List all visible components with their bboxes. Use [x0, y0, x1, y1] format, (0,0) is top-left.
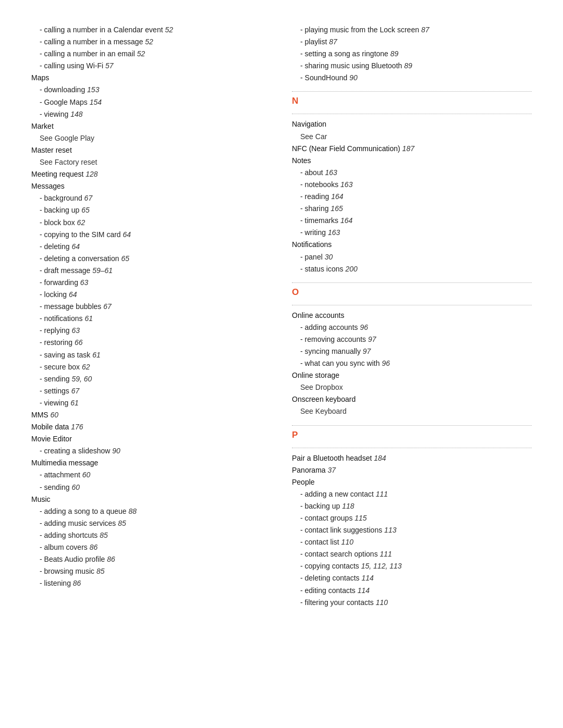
page-reference: 67 — [103, 302, 112, 311]
section-letter: O — [292, 287, 532, 298]
list-item: - writing 163 — [292, 227, 532, 239]
list-item: - listening 86 — [31, 577, 271, 589]
page-reference: 187 — [402, 144, 414, 153]
list-item: - Google Maps 154 — [31, 96, 271, 108]
page-reference: 64 — [71, 242, 80, 251]
list-item: - forwarding 63 — [31, 277, 271, 289]
section-divider — [292, 282, 532, 283]
list-item: - background 67 — [31, 192, 271, 204]
list-item: - calling a number in a Calendar event 5… — [31, 24, 271, 36]
list-item: Maps — [31, 72, 271, 84]
list-item: See Factory reset — [31, 156, 271, 168]
page-reference: 164 — [331, 192, 343, 201]
section-divider — [292, 305, 532, 305]
list-item: - album covers 86 — [31, 541, 271, 553]
section-divider — [292, 448, 532, 448]
page-reference: 89 — [404, 61, 412, 70]
list-item: See Car — [292, 131, 532, 143]
list-item: NFC (Near Field Communication) 187 — [292, 143, 532, 155]
page-reference: 65 — [121, 254, 129, 263]
list-item: - playlist 87 — [292, 36, 532, 48]
list-item: See Google Play — [31, 132, 271, 144]
list-item: See Dropbox — [292, 381, 532, 393]
list-item: Online accounts — [292, 310, 532, 322]
list-item: Pair a Bluetooth headset 184 — [292, 452, 532, 464]
page-reference: 163 — [325, 168, 337, 177]
list-item: - calling a number in an email 52 — [31, 48, 271, 60]
list-item: - Beats Audio profile 86 — [31, 553, 271, 565]
list-item: - panel 30 — [292, 251, 532, 263]
page-reference: 200 — [345, 265, 357, 273]
page-reference: 85 — [118, 519, 126, 527]
list-item: - attachment 60 — [31, 469, 271, 481]
list-item: Market — [31, 120, 271, 132]
page-reference: 61 — [92, 351, 101, 359]
list-item: - settings 67 — [31, 385, 271, 397]
page-reference: 113 — [384, 526, 396, 534]
page-reference: 114 — [362, 574, 374, 582]
page-reference: 89 — [390, 50, 399, 58]
list-item: - sending 59, 60 — [31, 373, 271, 385]
page-reference: 96 — [360, 323, 368, 331]
page-reference: 165 — [331, 204, 342, 213]
page-reference: 64 — [69, 290, 77, 299]
page-reference: 67 — [71, 387, 80, 395]
list-item: Master reset — [31, 144, 271, 156]
page-reference: 87 — [421, 26, 430, 34]
page-reference: 111 — [376, 490, 388, 498]
list-item: Meeting request 128 — [31, 168, 271, 180]
list-item: Movie Editor — [31, 433, 271, 445]
list-item: - calling a number in a message 52 — [31, 36, 271, 48]
page-reference: 97 — [363, 347, 371, 355]
page-reference: 60 — [82, 471, 91, 479]
list-item: Panorama 37 — [292, 464, 532, 476]
list-item: - creating a slideshow 90 — [31, 445, 271, 457]
list-item: - adding a song to a queue 88 — [31, 505, 271, 517]
list-item: - calling using Wi-Fi 57 — [31, 60, 271, 72]
list-item: - restoring 66 — [31, 337, 271, 349]
page-reference: 66 — [75, 338, 83, 347]
list-item: Online storage — [292, 369, 532, 381]
page-reference: 148 — [70, 110, 82, 118]
list-item: - contact groups 115 — [292, 512, 532, 524]
list-item: - backing up 118 — [292, 500, 532, 512]
list-item: - viewing 148 — [31, 108, 271, 120]
page-header — [31, 16, 532, 24]
page-reference: 85 — [96, 567, 105, 575]
list-item: Mobile data 176 — [31, 421, 271, 433]
page-reference: 61 — [70, 399, 79, 407]
list-item: - replying 63 — [31, 325, 271, 337]
list-item: - adding a new contact 111 — [292, 488, 532, 500]
list-item: MMS 60 — [31, 409, 271, 421]
page-reference: 90 — [349, 73, 358, 82]
list-item: - reading 164 — [292, 191, 532, 203]
list-item: Navigation — [292, 118, 532, 130]
list-item: - sharing 165 — [292, 203, 532, 215]
page-reference: 88 — [128, 507, 137, 515]
list-item: - downloading 153 — [31, 84, 271, 96]
page-reference: 176 — [71, 423, 83, 431]
page-reference: 64 — [123, 230, 131, 239]
page-reference: 111 — [380, 550, 392, 558]
page-reference: 118 — [342, 502, 354, 510]
section-divider — [292, 114, 532, 114]
list-item: - adding accounts 96 — [292, 322, 532, 334]
section-divider — [292, 425, 532, 426]
page-reference: 114 — [358, 586, 370, 595]
list-item: - message bubbles 67 — [31, 301, 271, 313]
page-reference: 59, 60 — [71, 375, 92, 383]
section-letter: N — [292, 96, 532, 106]
list-item: - contact search options 111 — [292, 548, 532, 560]
list-item: - playing music from the Lock screen 87 — [292, 24, 532, 36]
page-reference: 52 — [137, 50, 145, 58]
list-item: - copying contacts 15, 112, 113 — [292, 560, 532, 572]
page-reference: 67 — [84, 194, 93, 202]
right-column: - playing music from the Lock screen 87-… — [292, 24, 532, 609]
list-item: - backing up 65 — [31, 204, 271, 216]
list-item: Music — [31, 493, 271, 505]
list-item: Onscreen keyboard — [292, 393, 532, 405]
page-reference: 57 — [105, 61, 114, 70]
list-item: - removing accounts 97 — [292, 334, 532, 346]
page-reference: 153 — [87, 85, 99, 94]
list-item: - deleting 64 — [31, 241, 271, 253]
